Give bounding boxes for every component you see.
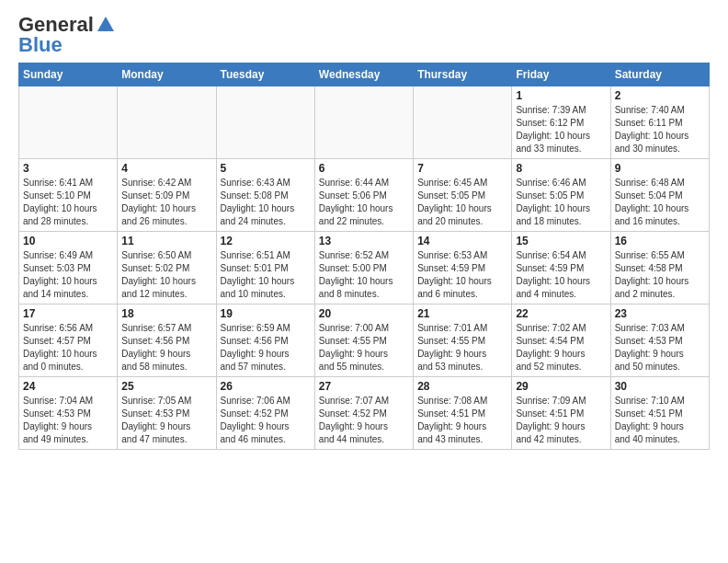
calendar-week-4: 17Sunrise: 6:56 AM Sunset: 4:57 PM Dayli… — [19, 304, 710, 377]
day-info: Sunrise: 6:59 AM Sunset: 4:56 PM Dayligh… — [221, 322, 311, 373]
day-info: Sunrise: 7:03 AM Sunset: 4:53 PM Dayligh… — [615, 322, 705, 373]
day-number: 27 — [319, 380, 409, 393]
day-number: 2 — [615, 89, 705, 102]
day-info: Sunrise: 6:44 AM Sunset: 5:06 PM Dayligh… — [319, 177, 409, 228]
calendar-cell: 12Sunrise: 6:51 AM Sunset: 5:01 PM Dayli… — [216, 232, 314, 304]
calendar-cell: 22Sunrise: 7:02 AM Sunset: 4:54 PM Dayli… — [512, 304, 610, 377]
calendar-week-3: 10Sunrise: 6:49 AM Sunset: 5:03 PM Dayli… — [19, 232, 710, 304]
col-wednesday: Wednesday — [314, 63, 413, 86]
calendar-header-row: Sunday Monday Tuesday Wednesday Thursday… — [19, 63, 710, 86]
day-info: Sunrise: 7:08 AM Sunset: 4:51 PM Dayligh… — [417, 395, 507, 446]
day-number: 3 — [23, 162, 113, 175]
day-number: 19 — [221, 307, 311, 320]
calendar-cell: 6Sunrise: 6:44 AM Sunset: 5:06 PM Daylig… — [314, 159, 413, 232]
day-number: 30 — [615, 380, 705, 393]
calendar-cell: 25Sunrise: 7:05 AM Sunset: 4:53 PM Dayli… — [118, 377, 216, 450]
day-number: 25 — [121, 380, 211, 393]
calendar-week-2: 3Sunrise: 6:41 AM Sunset: 5:10 PM Daylig… — [19, 159, 710, 232]
calendar-cell: 11Sunrise: 6:50 AM Sunset: 5:02 PM Dayli… — [118, 232, 216, 304]
logo-blue: Blue — [18, 35, 63, 55]
calendar-cell — [216, 86, 314, 159]
day-info: Sunrise: 7:40 AM Sunset: 6:11 PM Dayligh… — [615, 104, 705, 155]
logo: General Blue — [18, 15, 116, 55]
calendar-cell: 24Sunrise: 7:04 AM Sunset: 4:53 PM Dayli… — [19, 377, 118, 450]
calendar-cell: 8Sunrise: 6:46 AM Sunset: 5:05 PM Daylig… — [512, 159, 610, 232]
day-number: 9 — [615, 162, 705, 175]
col-monday: Monday — [118, 63, 216, 86]
day-info: Sunrise: 7:02 AM Sunset: 4:54 PM Dayligh… — [516, 322, 606, 373]
calendar-cell — [414, 86, 512, 159]
day-info: Sunrise: 6:57 AM Sunset: 4:56 PM Dayligh… — [121, 322, 211, 373]
day-info: Sunrise: 6:55 AM Sunset: 4:58 PM Dayligh… — [615, 249, 705, 301]
day-info: Sunrise: 7:07 AM Sunset: 4:52 PM Dayligh… — [319, 395, 409, 446]
day-info: Sunrise: 7:04 AM Sunset: 4:53 PM Dayligh… — [23, 395, 113, 446]
day-number: 11 — [121, 235, 211, 247]
svg-marker-0 — [97, 17, 114, 31]
day-number: 12 — [221, 235, 311, 247]
day-info: Sunrise: 6:42 AM Sunset: 5:09 PM Dayligh… — [121, 177, 211, 228]
day-number: 10 — [23, 235, 113, 247]
col-saturday: Saturday — [610, 63, 709, 86]
page: General Blue Sunday Monday Tuesday Wedne… — [0, 0, 728, 459]
day-number: 22 — [516, 307, 606, 320]
day-number: 23 — [615, 307, 705, 320]
col-sunday: Sunday — [19, 63, 118, 86]
day-info: Sunrise: 6:41 AM Sunset: 5:10 PM Dayligh… — [23, 177, 113, 228]
day-number: 29 — [516, 380, 606, 393]
day-info: Sunrise: 6:51 AM Sunset: 5:01 PM Dayligh… — [221, 249, 311, 301]
calendar-cell: 18Sunrise: 6:57 AM Sunset: 4:56 PM Dayli… — [118, 304, 216, 377]
day-info: Sunrise: 7:06 AM Sunset: 4:52 PM Dayligh… — [221, 395, 311, 446]
day-number: 28 — [417, 380, 507, 393]
day-number: 18 — [121, 307, 211, 320]
day-info: Sunrise: 7:39 AM Sunset: 6:12 PM Dayligh… — [516, 104, 606, 155]
calendar-cell: 5Sunrise: 6:43 AM Sunset: 5:08 PM Daylig… — [216, 159, 314, 232]
day-info: Sunrise: 6:50 AM Sunset: 5:02 PM Dayligh… — [121, 249, 211, 301]
calendar-table: Sunday Monday Tuesday Wednesday Thursday… — [18, 63, 710, 450]
calendar-cell — [19, 86, 118, 159]
day-info: Sunrise: 7:05 AM Sunset: 4:53 PM Dayligh… — [121, 395, 211, 446]
day-info: Sunrise: 6:46 AM Sunset: 5:05 PM Dayligh… — [516, 177, 606, 228]
logo-icon — [96, 15, 116, 35]
calendar-cell: 16Sunrise: 6:55 AM Sunset: 4:58 PM Dayli… — [610, 232, 709, 304]
calendar-cell: 2Sunrise: 7:40 AM Sunset: 6:11 PM Daylig… — [610, 86, 709, 159]
calendar-cell: 1Sunrise: 7:39 AM Sunset: 6:12 PM Daylig… — [512, 86, 610, 159]
logo-general: General — [18, 15, 94, 35]
day-info: Sunrise: 6:56 AM Sunset: 4:57 PM Dayligh… — [23, 322, 113, 373]
calendar-cell: 15Sunrise: 6:54 AM Sunset: 4:59 PM Dayli… — [512, 232, 610, 304]
day-info: Sunrise: 6:53 AM Sunset: 4:59 PM Dayligh… — [417, 249, 507, 301]
calendar-cell: 23Sunrise: 7:03 AM Sunset: 4:53 PM Dayli… — [610, 304, 709, 377]
day-info: Sunrise: 7:10 AM Sunset: 4:51 PM Dayligh… — [615, 395, 705, 446]
col-friday: Friday — [512, 63, 610, 86]
day-info: Sunrise: 7:01 AM Sunset: 4:55 PM Dayligh… — [417, 322, 507, 373]
calendar-cell: 7Sunrise: 6:45 AM Sunset: 5:05 PM Daylig… — [414, 159, 512, 232]
day-info: Sunrise: 6:54 AM Sunset: 4:59 PM Dayligh… — [516, 249, 606, 301]
calendar-week-5: 24Sunrise: 7:04 AM Sunset: 4:53 PM Dayli… — [19, 377, 710, 450]
calendar-cell: 4Sunrise: 6:42 AM Sunset: 5:09 PM Daylig… — [118, 159, 216, 232]
day-info: Sunrise: 6:43 AM Sunset: 5:08 PM Dayligh… — [221, 177, 311, 228]
calendar-cell: 3Sunrise: 6:41 AM Sunset: 5:10 PM Daylig… — [19, 159, 118, 232]
day-number: 21 — [417, 307, 507, 320]
calendar-cell — [118, 86, 216, 159]
day-number: 7 — [417, 162, 507, 175]
day-info: Sunrise: 6:52 AM Sunset: 5:00 PM Dayligh… — [319, 249, 409, 301]
col-thursday: Thursday — [414, 63, 512, 86]
day-info: Sunrise: 7:09 AM Sunset: 4:51 PM Dayligh… — [516, 395, 606, 446]
day-number: 14 — [417, 235, 507, 247]
day-number: 24 — [23, 380, 113, 393]
day-number: 20 — [319, 307, 409, 320]
day-number: 15 — [516, 235, 606, 247]
day-number: 5 — [221, 162, 311, 175]
day-number: 4 — [121, 162, 211, 175]
calendar-cell: 29Sunrise: 7:09 AM Sunset: 4:51 PM Dayli… — [512, 377, 610, 450]
calendar-cell: 17Sunrise: 6:56 AM Sunset: 4:57 PM Dayli… — [19, 304, 118, 377]
col-tuesday: Tuesday — [216, 63, 314, 86]
calendar-cell: 27Sunrise: 7:07 AM Sunset: 4:52 PM Dayli… — [314, 377, 413, 450]
calendar-cell: 21Sunrise: 7:01 AM Sunset: 4:55 PM Dayli… — [414, 304, 512, 377]
calendar-cell: 30Sunrise: 7:10 AM Sunset: 4:51 PM Dayli… — [610, 377, 709, 450]
day-info: Sunrise: 6:45 AM Sunset: 5:05 PM Dayligh… — [417, 177, 507, 228]
calendar-cell: 13Sunrise: 6:52 AM Sunset: 5:00 PM Dayli… — [314, 232, 413, 304]
calendar-cell — [314, 86, 413, 159]
calendar-cell: 19Sunrise: 6:59 AM Sunset: 4:56 PM Dayli… — [216, 304, 314, 377]
day-number: 13 — [319, 235, 409, 247]
header: General Blue — [18, 15, 710, 55]
